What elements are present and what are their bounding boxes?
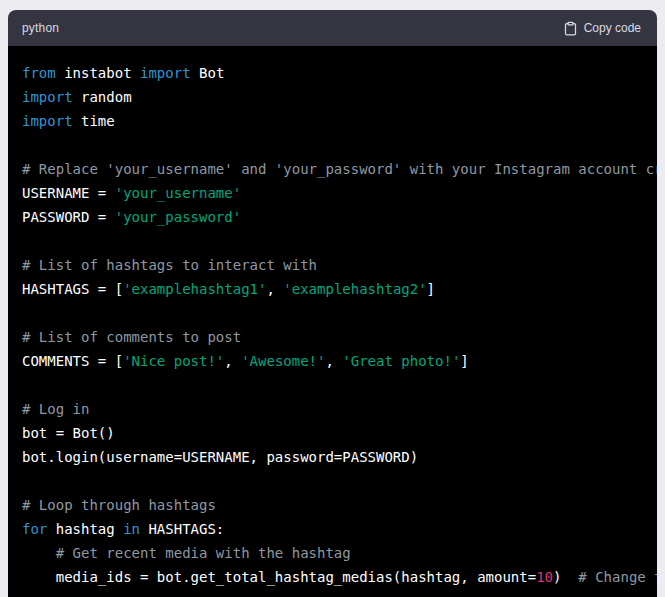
code-token: for: [22, 521, 47, 537]
code-line: bot.login(username=USERNAME, password=PA…: [22, 445, 643, 469]
code-token: hashtag: [47, 521, 123, 537]
code-token: 'your_username': [115, 185, 241, 201]
code-line: # Loop through hashtags: [22, 493, 643, 517]
code-line: # Replace 'your_username' and 'your_pass…: [22, 157, 643, 181]
code-line: [22, 301, 643, 325]
code-token: random: [73, 89, 132, 105]
code-token: ]: [460, 353, 468, 369]
code-line: # Get recent media with the hashtag: [22, 541, 643, 565]
code-token: media_ids = bot.get_total_hashtag_medias…: [22, 569, 536, 585]
code-token: Bot: [191, 65, 225, 81]
code-token: instabot: [56, 65, 140, 81]
code-line: [22, 469, 643, 493]
code-line: # List of comments to post: [22, 325, 643, 349]
code-line: from instabot import Bot: [22, 61, 643, 85]
code-token: USERNAME =: [22, 185, 115, 201]
code-token: 'examplehashtag1': [123, 281, 266, 297]
code-token: in: [123, 521, 140, 537]
copy-code-button[interactable]: Copy code: [563, 21, 641, 36]
code-token: # List of hashtags to interact with: [22, 257, 317, 273]
code-token: ,: [325, 353, 342, 369]
code-line: [22, 373, 643, 397]
code-line: for hashtag in HASHTAGS:: [22, 517, 643, 541]
code-token: import: [22, 113, 73, 129]
code-token: # List of comments to post: [22, 329, 241, 345]
copy-code-label: Copy code: [584, 21, 641, 35]
code-token: import: [22, 89, 73, 105]
code-line: # Log in: [22, 397, 643, 421]
code-header: python Copy code: [8, 10, 657, 46]
code-token: ]: [427, 281, 435, 297]
code-line: HASHTAGS = ['examplehashtag1', 'exampleh…: [22, 277, 643, 301]
code-token: 'Awesome!': [241, 353, 325, 369]
code-line: media_ids = bot.get_total_hashtag_medias…: [22, 565, 643, 589]
code-token: 10: [536, 569, 553, 585]
code-token: ,: [224, 353, 241, 369]
code-token: from: [22, 65, 56, 81]
code-token: # Replace 'your_username' and 'your_pass…: [22, 161, 657, 177]
code-token: ): [553, 569, 578, 585]
copy-icon: [563, 21, 578, 36]
code-token: COMMENTS = [: [22, 353, 123, 369]
code-token: bot = Bot(): [22, 425, 115, 441]
code-line: COMMENTS = ['Nice post!', 'Awesome!', 'G…: [22, 349, 643, 373]
code-token: [22, 545, 56, 561]
code-area[interactable]: from instabot import Botimport randomimp…: [8, 46, 657, 597]
code-line: import time: [22, 109, 643, 133]
code-token: HASHTAGS = [: [22, 281, 123, 297]
page: { "header": { "language": "python", "cop…: [0, 0, 665, 597]
code-token: 'your_password': [115, 209, 241, 225]
code-token: 'Great photo!': [342, 353, 460, 369]
code-line: [22, 229, 643, 253]
language-label: python: [22, 21, 59, 35]
code-token: HASHTAGS:: [140, 521, 224, 537]
code-line: bot = Bot(): [22, 421, 643, 445]
code-token: PASSWORD =: [22, 209, 115, 225]
code-token: # Loop through hashtags: [22, 497, 216, 513]
code-token: 'Nice post!': [123, 353, 224, 369]
code-block: python Copy code from instabot import Bo…: [8, 10, 657, 597]
code-token: bot.login(username=USERNAME, password=PA…: [22, 449, 418, 465]
code-line: PASSWORD = 'your_password': [22, 205, 643, 229]
code-token: ,: [266, 281, 283, 297]
code-token: import: [140, 65, 191, 81]
code-token: # Get recent media with the hashtag: [56, 545, 351, 561]
code-token: # Log in: [22, 401, 89, 417]
code-line: USERNAME = 'your_username': [22, 181, 643, 205]
code-line: [22, 133, 643, 157]
code-token: 'examplehashtag2': [283, 281, 426, 297]
code-token: # Change t: [578, 569, 657, 585]
code-token: time: [73, 113, 115, 129]
code-line: # List of hashtags to interact with: [22, 253, 643, 277]
code-line: import random: [22, 85, 643, 109]
